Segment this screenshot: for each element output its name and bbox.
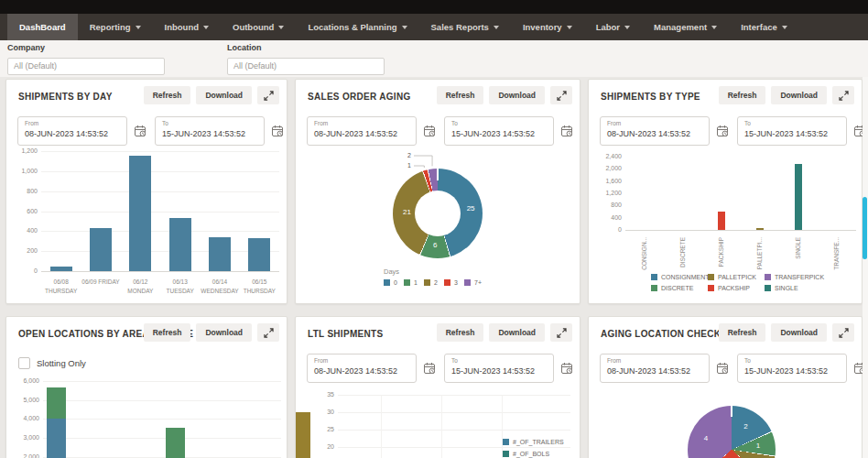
nav-item-label: Management [654,22,707,32]
x-category-label: SINGLE [795,237,801,289]
legend-label: PALLETPICK [718,274,756,280]
y-tick-label: 5,000 [10,397,39,403]
company-label: Company [7,43,165,52]
x-category-label: PACKSHIP [718,237,724,289]
x-category-label: DISCRETE [679,237,686,289]
slice-value-label: 21 [403,208,411,216]
legend-label: #_OF_TRAILERS [513,439,564,445]
legend-label: SINGLE [775,285,798,291]
nav-item-management[interactable]: Management [642,14,729,40]
location-filter: Location [227,43,385,75]
legend-item: PALLETPICK [708,274,756,280]
legend-label: DISCRETE [661,285,693,291]
chart-shipments-by-type: 04008001,2001,6002,0002,400CONSIGN...DIS… [589,80,862,303]
legend-swatch [651,285,657,291]
legend-item: 2 [424,279,438,286]
nav-item-label: Labor [596,22,620,32]
nav-item-label: DashBoard [19,22,66,32]
legend-swatch [384,279,390,286]
h-gridline [338,412,570,413]
x-category-label: TRANSFE... [833,237,840,289]
legend-item: TRANSFERPICK [765,274,824,280]
slice-callout-label: 1 [407,162,411,169]
x-axis-line [41,271,279,272]
h-gridline [43,400,281,401]
main-nav: DashBoardReportingInboundOutboundLocatio… [0,14,868,40]
legend-item: #_OF_TRAILERS [503,439,564,445]
panel-ltl-shipments: LTL SHIPMENTSRefreshDownloadFrom08-JUN-2… [295,316,580,458]
legend-label: PACKSHIP [718,285,750,291]
y-tick-label: 4,000 [10,415,39,421]
nav-item-reporting[interactable]: Reporting [78,14,153,40]
y-tick-label: 1,600 [592,178,622,184]
nav-item-interface[interactable]: Interface [729,14,799,40]
nav-item-sales-reports[interactable]: Sales Reports [419,14,511,40]
chart-sales-order-aging: 2562121Days01237+ [296,80,580,303]
chart-shipments-by-day: 02004006008001,0001,20006/08 THURSDAY06/… [6,80,287,303]
panel-shipments-by-day: SHIPMENTS BY DAYRefreshDownloadFrom08-JU… [5,79,288,304]
nav-item-inventory[interactable]: Inventory [511,14,584,40]
chevron-down-icon [782,26,787,29]
y-tick-label: 2,000 [592,165,622,171]
y-tick-label: 200 [8,247,38,254]
legend-item: PACKSHIP [708,285,750,291]
chevron-down-icon [624,26,630,29]
y-tick-label: 400 [8,227,38,234]
legend-label: #_OF_BOLS [513,451,549,457]
scrollbar-track [863,77,868,458]
h-gridline [41,212,279,213]
chevron-down-icon [136,26,141,29]
nav-item-dashboard[interactable]: DashBoard [7,14,78,40]
nav-item-outbound[interactable]: Outbound [221,14,296,40]
chart-aging-location-checks: 21134 [589,317,862,458]
bar [50,267,72,271]
company-input[interactable] [7,58,165,75]
nav-item-inbound[interactable]: Inbound [153,14,221,40]
h-gridline [338,430,570,431]
y-tick-label: 800 [8,188,38,194]
h-gridline [43,438,281,439]
legend-label: 1 [414,279,418,286]
legend-label: 7+ [474,279,482,286]
nav-item-labor[interactable]: Labor [584,14,642,40]
y-tick-label: 2,400 [592,153,622,159]
bar [756,228,764,230]
legend-swatch [404,279,410,286]
chevron-down-icon [567,26,572,29]
location-label: Location [227,43,385,52]
chart-open-locations-by-area-profile: 01,0002,0003,0004,0005,0006,000 [6,317,287,458]
nav-item-label: Inbound [165,22,199,32]
y-tick-label: 1,000 [8,168,38,174]
h-gridline [41,191,279,192]
h-gridline [43,419,281,420]
h-gridline [338,395,570,396]
y-tick-label: 0 [592,226,622,233]
bar [718,212,725,230]
chevron-down-icon [203,26,209,29]
nav-item-label: Sales Reports [431,22,489,32]
bar [90,228,112,271]
scrollbar-thumb[interactable] [863,197,867,259]
slice-callout-label: 2 [407,152,411,158]
legend-swatch [503,451,509,457]
y-tick-label: 3,000 [10,434,39,441]
pie-chart [688,406,776,458]
x-category-label: 06/15 THURSDAY [235,278,283,297]
bar [129,156,151,271]
x-category-label: PALLETPI... [756,237,763,289]
y-tick-label: 400 [592,214,622,221]
y-tick-label: 1,200 [8,147,38,154]
legend-swatch [503,439,509,445]
legend-swatch [424,279,430,286]
location-input[interactable] [227,58,385,75]
legend-item: 3 [444,279,458,286]
x-category-label: CONSIGN... [641,237,647,289]
slice-value-label: 6 [433,241,437,249]
y-tick-label: 2,000 [10,453,39,458]
legend-item: 7+ [464,279,482,286]
nav-item-locations-planning[interactable]: Locations & Planning [296,14,418,40]
legend-swatch [444,279,450,286]
y-tick-label: 800 [592,202,622,208]
bar [296,412,310,458]
nav-item-label: Interface [741,22,777,32]
